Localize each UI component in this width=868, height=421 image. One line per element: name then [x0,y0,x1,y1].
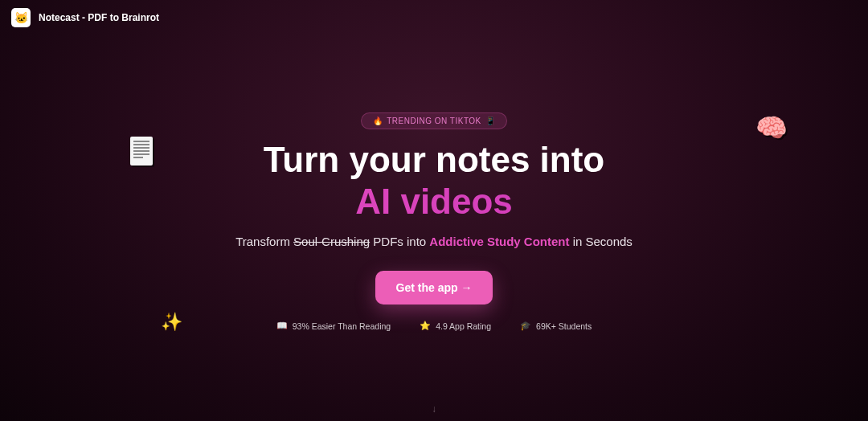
hero-section: 🔥 TRENDING ON TIKTOK 📱 Turn your notes i… [129,112,739,331]
logo-emoji: 🐱 [14,11,28,24]
stat-rating: ⭐ 4.9 App Rating [420,321,491,331]
stat-text: 93% Easier Than Reading [293,321,391,331]
subtitle-post: in Seconds [569,235,632,248]
stats-row: 📖 93% Easier Than Reading ⭐ 4.9 App Rati… [129,321,739,331]
trending-badge: 🔥 TRENDING ON TIKTOK 📱 [361,112,508,129]
hero-title-line1: Turn your notes into [129,141,739,179]
stat-text: 4.9 App Rating [436,321,491,331]
subtitle-pre: Transform [235,235,293,248]
badge-text: TRENDING ON TIKTOK [387,116,481,125]
subtitle-strike: Soul-Crushing [293,235,370,248]
scroll-down-arrow[interactable]: ↓ [432,403,436,415]
phone-icon: 📱 [485,116,496,125]
stat-students: 🎓 69K+ Students [520,321,592,331]
app-title: Notecast - PDF to Brainrot [39,12,159,23]
subtitle-highlight: Addictive Study Content [429,235,569,248]
get-app-button[interactable]: Get the app → [375,271,493,305]
book-icon: 📖 [276,321,288,331]
grad-cap-icon: 🎓 [520,321,531,331]
brain-icon: 🧠 [755,112,788,143]
stat-text: 69K+ Students [536,321,592,331]
fire-icon: 🔥 [373,116,383,125]
stat-easier: 📖 93% Easier Than Reading [276,321,391,331]
header: 🐱 Notecast - PDF to Brainrot [11,8,159,27]
hero-title-line2: AI videos [129,182,739,221]
star-icon: ⭐ [420,321,431,331]
hero-subtitle: Transform Soul-Crushing PDFs into Addict… [129,235,739,248]
subtitle-mid: PDFs into [370,235,429,248]
app-logo[interactable]: 🐱 [11,8,31,27]
